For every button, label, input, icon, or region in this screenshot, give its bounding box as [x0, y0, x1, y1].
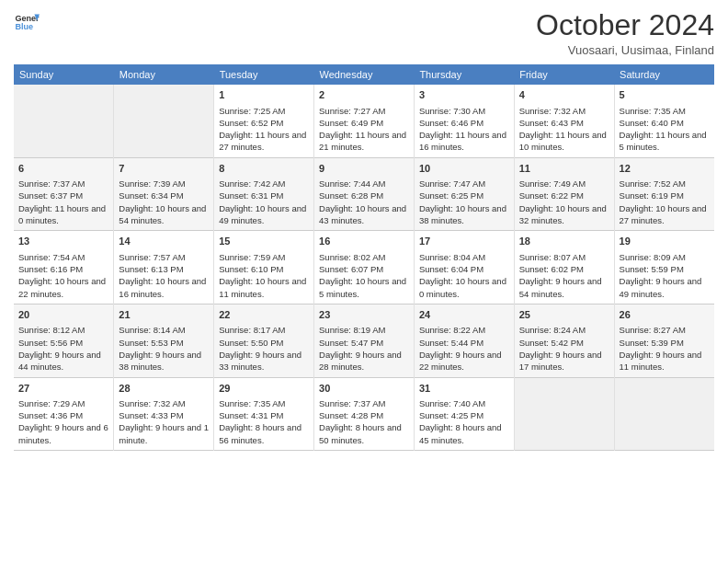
sunrise-text: Sunrise: 7:25 AM — [219, 106, 285, 116]
week-row-1: 1Sunrise: 7:25 AMSunset: 6:52 PMDaylight… — [14, 85, 714, 157]
calendar-cell: 10Sunrise: 7:47 AMSunset: 6:25 PMDayligh… — [414, 157, 514, 231]
sunrise-text: Sunrise: 7:40 AM — [419, 398, 485, 408]
daylight-text: Daylight: 9 hours and 17 minutes. — [519, 350, 602, 372]
daylight-text: Daylight: 9 hours and 33 minutes. — [219, 350, 301, 372]
sunset-text: Sunset: 5:56 PM — [18, 338, 83, 348]
sunset-text: Sunset: 6:22 PM — [519, 190, 584, 201]
calendar-cell: 23Sunrise: 8:19 AMSunset: 5:47 PMDayligh… — [314, 304, 415, 377]
day-number: 5 — [620, 88, 710, 102]
sunrise-text: Sunrise: 7:32 AM — [119, 398, 185, 408]
daylight-text: Daylight: 10 hours and 43 minutes. — [319, 203, 406, 225]
sunrise-text: Sunrise: 8:14 AM — [119, 325, 185, 335]
sunset-text: Sunset: 6:34 PM — [119, 190, 183, 201]
month-title: October 2024 — [536, 9, 714, 41]
daylight-text: Daylight: 9 hours and 1 minute. — [119, 422, 209, 444]
sunrise-text: Sunrise: 7:49 AM — [519, 178, 586, 189]
daylight-text: Daylight: 8 hours and 45 minutes. — [419, 422, 502, 444]
day-number: 14 — [119, 235, 209, 248]
sunrise-text: Sunrise: 7:39 AM — [119, 178, 185, 189]
sunrise-text: Sunrise: 7:37 AM — [319, 398, 385, 408]
calendar-cell: 18Sunrise: 8:07 AMSunset: 6:02 PMDayligh… — [514, 231, 614, 304]
sunrise-text: Sunrise: 7:44 AM — [319, 178, 385, 189]
daylight-text: Daylight: 11 hours and 0 minutes. — [18, 203, 106, 225]
sunrise-text: Sunrise: 7:54 AM — [18, 252, 85, 262]
sunrise-text: Sunrise: 7:42 AM — [219, 178, 285, 189]
calendar-cell: 14Sunrise: 7:57 AMSunset: 6:13 PMDayligh… — [114, 231, 214, 304]
calendar-cell: 8Sunrise: 7:42 AMSunset: 6:31 PMDaylight… — [214, 157, 314, 231]
day-number: 21 — [119, 308, 209, 322]
day-number: 15 — [219, 235, 309, 248]
calendar-cell: 9Sunrise: 7:44 AMSunset: 6:28 PMDaylight… — [314, 157, 415, 231]
sunrise-text: Sunrise: 7:27 AM — [319, 106, 385, 116]
day-number: 10 — [419, 162, 509, 176]
sunset-text: Sunset: 5:47 PM — [319, 338, 383, 348]
sunset-text: Sunset: 6:07 PM — [319, 264, 383, 274]
logo: General Blue — [14, 9, 40, 35]
sunset-text: Sunset: 5:53 PM — [119, 338, 183, 348]
calendar-cell: 19Sunrise: 8:09 AMSunset: 5:59 PMDayligh… — [614, 231, 714, 304]
day-number: 3 — [419, 88, 509, 102]
sunrise-text: Sunrise: 8:27 AM — [620, 325, 686, 335]
calendar-cell: 5Sunrise: 7:35 AMSunset: 6:40 PMDaylight… — [614, 85, 714, 157]
header: General Blue October 2024 Vuosaari, Uusi… — [14, 9, 714, 57]
calendar-cell: 13Sunrise: 7:54 AMSunset: 6:16 PMDayligh… — [14, 231, 114, 304]
title-block: October 2024 Vuosaari, Uusimaa, Finland — [536, 9, 714, 57]
calendar-cell — [14, 85, 114, 157]
day-number: 29 — [219, 382, 309, 396]
sunset-text: Sunset: 6:31 PM — [219, 190, 283, 201]
sunset-text: Sunset: 4:36 PM — [18, 410, 83, 420]
sunrise-text: Sunrise: 8:07 AM — [519, 252, 586, 262]
sunrise-text: Sunrise: 8:19 AM — [319, 325, 385, 335]
calendar-cell: 3Sunrise: 7:30 AMSunset: 6:46 PMDaylight… — [414, 85, 514, 157]
daylight-text: Daylight: 10 hours and 38 minutes. — [419, 203, 506, 225]
sunrise-text: Sunrise: 7:32 AM — [519, 106, 586, 116]
sunrise-text: Sunrise: 7:35 AM — [620, 106, 686, 116]
daylight-text: Daylight: 10 hours and 5 minutes. — [319, 276, 406, 298]
col-header-friday: Friday — [514, 64, 614, 85]
calendar-cell: 16Sunrise: 8:02 AMSunset: 6:07 PMDayligh… — [314, 231, 415, 304]
calendar-cell: 2Sunrise: 7:27 AMSunset: 6:49 PMDaylight… — [314, 85, 415, 157]
daylight-text: Daylight: 11 hours and 16 minutes. — [419, 130, 506, 152]
sunset-text: Sunset: 4:33 PM — [119, 410, 183, 420]
col-header-monday: Monday — [114, 64, 214, 85]
calendar-table: SundayMondayTuesdayWednesdayThursdayFrid… — [14, 64, 714, 451]
sunset-text: Sunset: 6:10 PM — [219, 264, 283, 274]
sunset-text: Sunset: 5:50 PM — [219, 338, 283, 348]
week-row-4: 20Sunrise: 8:12 AMSunset: 5:56 PMDayligh… — [14, 304, 714, 377]
week-row-2: 6Sunrise: 7:37 AMSunset: 6:37 PMDaylight… — [14, 157, 714, 231]
sunset-text: Sunset: 6:28 PM — [319, 190, 383, 201]
sunset-text: Sunset: 6:49 PM — [319, 118, 383, 128]
calendar-cell: 15Sunrise: 7:59 AMSunset: 6:10 PMDayligh… — [214, 231, 314, 304]
day-number: 28 — [119, 382, 209, 396]
calendar-cell: 17Sunrise: 8:04 AMSunset: 6:04 PMDayligh… — [414, 231, 514, 304]
daylight-text: Daylight: 10 hours and 49 minutes. — [219, 203, 306, 225]
sunset-text: Sunset: 5:42 PM — [519, 338, 584, 348]
day-number: 27 — [18, 382, 108, 396]
sunrise-text: Sunrise: 8:09 AM — [620, 252, 686, 262]
sunset-text: Sunset: 6:02 PM — [519, 264, 584, 274]
daylight-text: Daylight: 11 hours and 27 minutes. — [219, 130, 306, 152]
sunset-text: Sunset: 6:37 PM — [18, 190, 83, 201]
calendar-cell: 28Sunrise: 7:32 AMSunset: 4:33 PMDayligh… — [114, 377, 214, 451]
daylight-text: Daylight: 10 hours and 0 minutes. — [419, 276, 506, 298]
day-number: 6 — [18, 162, 108, 176]
daylight-text: Daylight: 11 hours and 21 minutes. — [319, 130, 406, 152]
week-row-3: 13Sunrise: 7:54 AMSunset: 6:16 PMDayligh… — [14, 231, 714, 304]
calendar-cell: 31Sunrise: 7:40 AMSunset: 4:25 PMDayligh… — [414, 377, 514, 451]
daylight-text: Daylight: 11 hours and 5 minutes. — [620, 130, 707, 152]
calendar-cell: 7Sunrise: 7:39 AMSunset: 6:34 PMDaylight… — [114, 157, 214, 231]
sunrise-text: Sunrise: 8:12 AM — [18, 325, 85, 335]
calendar-cell — [514, 377, 614, 451]
calendar-cell: 6Sunrise: 7:37 AMSunset: 6:37 PMDaylight… — [14, 157, 114, 231]
daylight-text: Daylight: 10 hours and 22 minutes. — [18, 276, 106, 298]
col-header-thursday: Thursday — [414, 64, 514, 85]
sunrise-text: Sunrise: 7:47 AM — [419, 178, 485, 189]
day-number: 12 — [620, 162, 710, 176]
sunset-text: Sunset: 6:46 PM — [419, 118, 483, 128]
daylight-text: Daylight: 9 hours and 11 minutes. — [620, 350, 702, 372]
sunrise-text: Sunrise: 7:52 AM — [620, 178, 686, 189]
sunset-text: Sunset: 6:16 PM — [18, 264, 83, 274]
calendar-cell: 12Sunrise: 7:52 AMSunset: 6:19 PMDayligh… — [614, 157, 714, 231]
daylight-text: Daylight: 9 hours and 28 minutes. — [319, 350, 402, 372]
sunrise-text: Sunrise: 7:37 AM — [18, 178, 85, 189]
